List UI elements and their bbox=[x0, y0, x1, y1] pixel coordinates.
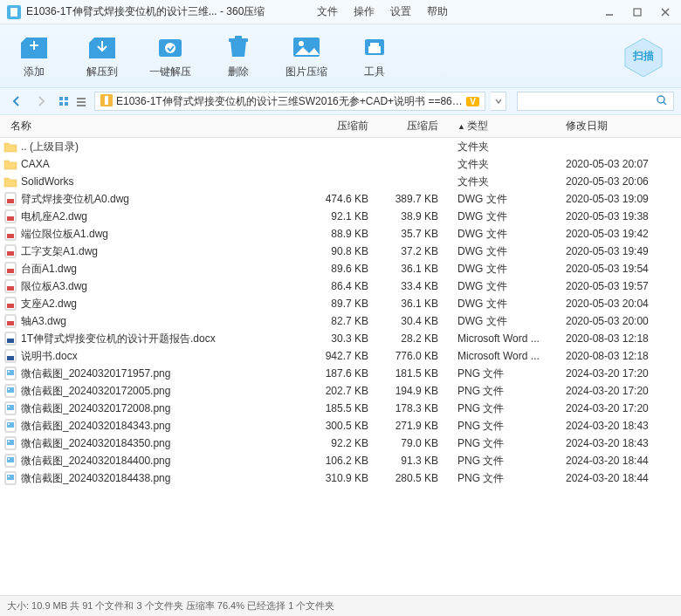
file-row[interactable]: 微信截图_20240320172008.png185.5 KB178.3 KBP… bbox=[0, 400, 681, 417]
col-name[interactable]: 名称 bbox=[3, 119, 306, 133]
file-size-before: 942.7 KB bbox=[306, 350, 375, 362]
close-button[interactable] bbox=[657, 3, 674, 21]
menu-settings[interactable]: 设置 bbox=[390, 4, 411, 19]
svg-rect-56 bbox=[7, 405, 14, 410]
file-row[interactable]: 微信截图_20240320184438.png310.9 KB280.5 KBP… bbox=[0, 469, 681, 487]
file-row[interactable]: 支座A2.dwg89.7 KB36.1 KBDWG 文件2020-05-03 2… bbox=[0, 295, 681, 312]
file-row[interactable]: 1T伸臂式焊接变位机的设计开题报告.docx30.3 KB28.2 KBMicr… bbox=[0, 330, 681, 347]
view-grid-icon[interactable] bbox=[56, 93, 72, 109]
file-row[interactable]: 臂式焊接变位机A0.dwg474.6 KB389.7 KBDWG 文件2020-… bbox=[0, 190, 681, 208]
file-row[interactable]: 端位限位板A1.dwg88.9 KB35.7 KBDWG 文件2020-05-0… bbox=[0, 225, 681, 243]
tool-add[interactable]: 添加 bbox=[12, 33, 56, 79]
file-date: 2020-05-03 20:00 bbox=[559, 315, 681, 327]
file-row[interactable]: CAXA文件夹2020-05-03 20:07 bbox=[0, 155, 681, 173]
menu-help[interactable]: 帮助 bbox=[427, 4, 448, 19]
col-before[interactable]: 压缩前 bbox=[306, 119, 375, 133]
path-dropdown[interactable] bbox=[491, 92, 506, 111]
file-row[interactable]: 微信截图_20240320172005.png202.7 KB194.9 KBP… bbox=[0, 382, 681, 400]
file-type: PNG 文件 bbox=[445, 366, 559, 381]
file-size-after: 194.9 KB bbox=[375, 385, 445, 397]
minimize-button[interactable] bbox=[601, 3, 618, 21]
file-date: 2024-03-20 18:44 bbox=[559, 472, 681, 484]
file-type: PNG 文件 bbox=[445, 401, 559, 416]
scan-button[interactable]: 扫描 bbox=[618, 35, 669, 77]
file-date: 2020-08-03 12:18 bbox=[559, 350, 681, 362]
svg-rect-65 bbox=[7, 457, 14, 462]
file-row[interactable]: 微信截图_20240320184343.png300.5 KB271.9 KBP… bbox=[0, 417, 681, 435]
svg-point-57 bbox=[8, 406, 10, 407]
file-date: 2020-05-03 20:06 bbox=[559, 175, 681, 188]
file-name: 轴A3.dwg bbox=[21, 314, 306, 329]
svg-rect-21 bbox=[65, 102, 68, 106]
file-icon bbox=[3, 157, 17, 171]
file-type: DWG 文件 bbox=[445, 227, 559, 242]
file-row[interactable]: 限位板A3.dwg86.4 KB33.4 KBDWG 文件2020-05-03 … bbox=[0, 277, 681, 295]
tool-tools[interactable]: 工具 bbox=[353, 33, 396, 79]
file-date: 2020-05-03 19:54 bbox=[559, 263, 681, 275]
view-toggle bbox=[56, 93, 89, 109]
nav-back[interactable] bbox=[7, 92, 26, 111]
toolbar: 添加 解压到 一键解压 删除 图片压缩 工具 扫描 bbox=[0, 24, 681, 87]
file-row[interactable]: 说明书.docx942.7 KB776.0 KBMicrosoft Word .… bbox=[0, 347, 681, 365]
svg-point-13 bbox=[299, 41, 304, 46]
menu-file[interactable]: 文件 bbox=[317, 4, 338, 19]
svg-rect-38 bbox=[7, 269, 14, 273]
window-controls bbox=[601, 3, 674, 21]
svg-point-54 bbox=[8, 388, 10, 390]
file-icon bbox=[3, 209, 17, 223]
svg-rect-20 bbox=[59, 102, 63, 106]
maximize-button[interactable] bbox=[629, 3, 646, 21]
file-name: 说明书.docx bbox=[21, 349, 306, 364]
svg-point-60 bbox=[8, 423, 10, 425]
file-row[interactable]: 工字支架A1.dwg90.8 KB37.2 KBDWG 文件2020-05-03… bbox=[0, 243, 681, 260]
file-row[interactable]: 微信截图_20240320184400.png106.2 KB91.3 KBPN… bbox=[0, 452, 681, 469]
tool-extract[interactable]: 解压到 bbox=[80, 33, 124, 79]
file-size-before: 86.4 KB bbox=[306, 280, 375, 292]
menu-operate[interactable]: 操作 bbox=[354, 4, 375, 19]
file-size-after: 91.3 KB bbox=[375, 455, 445, 467]
status-text: 大小: 10.9 MB 共 91 个文件和 3 个文件夹 压缩率 76.4% 已… bbox=[7, 599, 334, 613]
file-icon bbox=[3, 471, 17, 485]
svg-rect-53 bbox=[7, 387, 14, 393]
col-date[interactable]: 修改日期 bbox=[559, 119, 681, 133]
tool-delete[interactable]: 删除 bbox=[217, 33, 260, 79]
svg-rect-62 bbox=[7, 440, 14, 445]
file-size-after: 28.2 KB bbox=[375, 332, 445, 345]
file-row[interactable]: 轴A3.dwg82.7 KB30.4 KBDWG 文件2020-05-03 20… bbox=[0, 312, 681, 330]
file-size-after: 79.0 KB bbox=[375, 437, 445, 449]
tool-tools-label: 工具 bbox=[364, 65, 385, 79]
col-type[interactable]: ▲类型 bbox=[445, 119, 559, 133]
file-row[interactable]: .. (上级目录)文件夹 bbox=[0, 138, 681, 155]
sort-asc-icon: ▲ bbox=[457, 122, 465, 131]
file-row[interactable]: 台面A1.dwg89.6 KB36.1 KBDWG 文件2020-05-03 1… bbox=[0, 260, 681, 277]
file-row[interactable]: 微信截图_20240320171957.png187.6 KB181.5 KBP… bbox=[0, 365, 681, 382]
window-title: E1036-1T伸臂式焊接变位机的设计三维... - 360压缩 bbox=[26, 4, 265, 19]
svg-point-69 bbox=[8, 476, 10, 477]
path-text: E1036-1T伸臂式焊接变位机的设计三维SW2016无参+CAD+说明书 ==… bbox=[116, 94, 463, 109]
file-row[interactable]: 电机座A2.dwg92.1 KB38.9 KBDWG 文件2020-05-03 … bbox=[0, 208, 681, 225]
svg-rect-22 bbox=[77, 98, 86, 99]
svg-point-66 bbox=[8, 458, 10, 460]
file-size-before: 89.7 KB bbox=[306, 298, 375, 310]
svg-rect-34 bbox=[7, 234, 14, 238]
tool-image-compress[interactable]: 图片压缩 bbox=[285, 33, 328, 79]
file-row[interactable]: SolidWorks文件夹2020-05-03 20:06 bbox=[0, 173, 681, 190]
file-date: 2020-05-03 19:09 bbox=[559, 193, 681, 205]
file-row[interactable]: 微信截图_20240320184350.png92.2 KB79.0 KBPNG… bbox=[0, 435, 681, 452]
file-size-after: 38.9 KB bbox=[375, 210, 445, 222]
search-icon[interactable] bbox=[656, 94, 668, 109]
archive-icon bbox=[100, 94, 113, 109]
file-list[interactable]: .. (上级目录)文件夹CAXA文件夹2020-05-03 20:07Solid… bbox=[0, 138, 681, 595]
file-type: PNG 文件 bbox=[445, 471, 559, 486]
path-input[interactable]: E1036-1T伸臂式焊接变位机的设计三维SW2016无参+CAD+说明书 ==… bbox=[94, 92, 485, 111]
search-input[interactable] bbox=[517, 92, 674, 111]
file-size-before: 300.5 KB bbox=[306, 420, 375, 432]
tool-quick-extract[interactable]: 一键解压 bbox=[148, 33, 192, 79]
svg-point-51 bbox=[8, 371, 10, 373]
file-type: DWG 文件 bbox=[445, 297, 559, 311]
nav-forward[interactable] bbox=[31, 92, 51, 111]
col-after[interactable]: 压缩后 bbox=[375, 119, 445, 133]
file-icon bbox=[3, 140, 17, 154]
view-list-icon[interactable] bbox=[73, 93, 89, 109]
file-name: 电机座A2.dwg bbox=[21, 209, 306, 224]
